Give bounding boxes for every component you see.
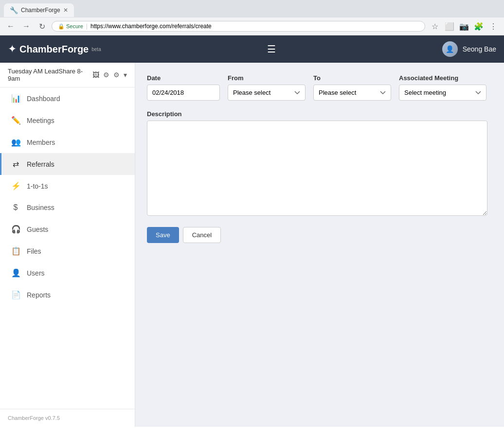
version-label: ChamberForge v0.7.5 [8,415,60,421]
sidebar-item-files[interactable]: 📋 Files [0,240,135,262]
sidebar-group-name: Tuesday AM LeadShare 8-9am [8,68,92,82]
app-wrapper: ✦ ChamberForge beta ☰ 👤 Seong Bae Tuesda… [0,35,504,427]
avatar: 👤 [442,41,458,57]
browser-chrome: 🔧 ChamberForge ✕ ← → ↻ 🔒 Secure | https:… [0,0,504,35]
sidebar-item-users[interactable]: 👤 Users [0,262,135,284]
sidebar-item-dashboard[interactable]: 📊 Dashboard [0,87,135,109]
sidebar-label-users: Users [27,269,45,277]
sidebar-dropdown-toggle[interactable]: ▾ [124,71,127,79]
secure-badge: 🔒 Secure [58,23,83,30]
brand-beta: beta [91,47,101,52]
to-field-group: To Please select [313,74,391,101]
extension-button[interactable]: 🧩 [473,20,485,32]
user-name: Seong Bae [463,45,496,53]
active-tab[interactable]: 🔧 ChamberForge ✕ [4,3,74,17]
description-label: Description [147,110,492,118]
reports-icon: 📄 [11,290,20,299]
from-select[interactable]: Please select [228,85,306,101]
brand-icon: ✦ [8,43,17,55]
form-row-top: Date From Please select To Please select [147,74,492,101]
associated-meeting-label: Associated Meeting [399,74,486,82]
bookmark-button[interactable]: ☆ [429,20,441,32]
main-content: Tuesday AM LeadShare 8-9am 🖼 ⚙ ⚙ ▾ 📊 Das… [0,63,504,427]
description-textarea[interactable] [147,121,487,216]
sidebar-group-header: Tuesday AM LeadShare 8-9am 🖼 ⚙ ⚙ ▾ [0,63,135,87]
form-actions: Save Cancel [147,227,492,243]
screenshot-button[interactable]: 📷 [458,20,470,32]
sidebar: Tuesday AM LeadShare 8-9am 🖼 ⚙ ⚙ ▾ 📊 Das… [0,63,135,427]
sidebar-image-icon[interactable]: 🖼 [92,71,99,79]
user-area[interactable]: 👤 Seong Bae [442,41,496,57]
tab-close-button[interactable]: ✕ [63,7,68,14]
reload-button[interactable]: ↻ [36,20,48,32]
sidebar-label-files: Files [27,247,41,255]
sidebar-item-guests[interactable]: 🎧 Guests [0,218,135,240]
date-label: Date [147,74,220,82]
to-select[interactable]: Please select [313,85,391,101]
content-panel: Date From Please select To Please select [135,63,504,427]
sidebar-label-reports: Reports [27,291,51,299]
1to1s-icon: ⚡ [11,181,20,191]
back-button[interactable]: ← [5,20,17,32]
menu-button[interactable]: ⋮ [487,20,499,32]
new-tab[interactable] [76,3,95,17]
save-button[interactable]: Save [147,227,179,243]
from-field-group: From Please select [228,74,306,101]
browser-actions: ☆ ⬜ 📷 🧩 ⋮ [429,20,499,32]
brand-name: ChamberForge [19,44,89,55]
meetings-icon: ✏️ [11,116,20,125]
date-field-group: Date [147,74,220,101]
address-bar[interactable]: 🔒 Secure | https://www.chamberforge.com/… [52,21,425,32]
address-url: https://www.chamberforge.com/referrals/c… [90,23,212,30]
guests-icon: 🎧 [11,225,20,234]
sidebar-item-1to1s[interactable]: ⚡ 1-to-1s [0,175,135,197]
top-navbar: ✦ ChamberForge beta ☰ 👤 Seong Bae [0,35,504,63]
sidebar-label-dashboard: Dashboard [27,95,60,103]
sidebar-footer: ChamberForge v0.7.5 [0,409,135,427]
browser-toolbar: ← → ↻ 🔒 Secure | https://www.chamberforg… [0,17,504,35]
from-label: From [228,74,306,82]
description-group: Description [147,110,492,217]
sidebar-item-referrals[interactable]: ⇄ Referrals [0,153,135,175]
sidebar-label-referrals: Referrals [27,160,54,168]
sidebar-label-business: Business [27,204,54,211]
sidebar-item-reports[interactable]: 📄 Reports [0,284,135,306]
dashboard-icon: 📊 [11,94,20,103]
brand-logo: ✦ ChamberForge beta [8,43,101,55]
sidebar-label-1to1s: 1-to-1s [27,182,48,190]
sidebar-settings-icon[interactable]: ⚙ [113,71,120,79]
associated-meeting-select[interactable]: Select meeting [399,85,486,101]
sidebar-label-meetings: Meetings [27,117,54,124]
business-icon: $ [11,203,20,212]
referrals-icon: ⇄ [11,159,20,169]
hamburger-button[interactable]: ☰ [267,43,276,55]
sidebar-gear-icon[interactable]: ⚙ [103,71,109,79]
sidebar-item-members[interactable]: 👥 Members [0,131,135,153]
sidebar-label-guests: Guests [27,226,48,233]
tab-label: ChamberForge [21,7,60,14]
sidebar-item-meetings[interactable]: ✏️ Meetings [0,109,135,131]
files-icon: 📋 [11,246,20,256]
users-icon: 👤 [11,268,20,278]
members-icon: 👥 [11,138,20,147]
sidebar-item-business[interactable]: $ Business [0,197,135,218]
sidebar-nav: 📊 Dashboard ✏️ Meetings 👥 Members ⇄ Refe… [0,87,135,409]
sidebar-label-members: Members [27,139,55,146]
associated-meeting-group: Associated Meeting Select meeting [399,74,486,101]
window-button[interactable]: ⬜ [444,20,455,32]
to-label: To [313,74,391,82]
cancel-button[interactable]: Cancel [183,227,221,243]
date-input[interactable] [147,85,220,101]
forward-button[interactable]: → [20,20,32,32]
sidebar-group-actions: 🖼 ⚙ ⚙ ▾ [92,71,127,79]
tab-favicon: 🔧 [10,6,18,14]
browser-tabs: 🔧 ChamberForge ✕ [0,0,504,17]
